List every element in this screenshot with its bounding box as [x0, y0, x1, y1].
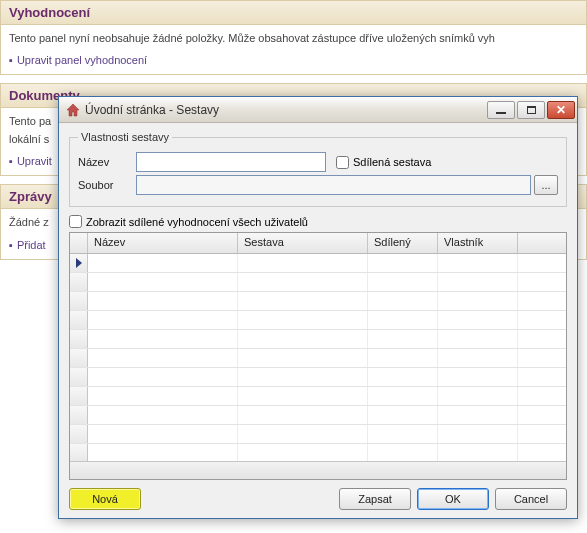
edit-eval-link[interactable]: Upravit panel vyhodnocení: [17, 54, 147, 66]
row-selector[interactable]: [70, 292, 88, 310]
row-selector[interactable]: [70, 273, 88, 291]
col-report[interactable]: Sestava: [238, 233, 368, 253]
panel-eval-header: Vyhodnocení: [0, 0, 587, 25]
name-input[interactable]: [136, 152, 326, 172]
grid-cell: [88, 311, 238, 329]
table-row[interactable]: [70, 368, 566, 387]
browse-button[interactable]: ...: [534, 175, 558, 195]
grid-cell: [518, 425, 566, 443]
table-row[interactable]: [70, 311, 566, 330]
col-name[interactable]: Název: [88, 233, 238, 253]
grid-cell: [88, 425, 238, 443]
properties-fieldset: Vlastnosti sestavy Název Sdílená sestava…: [69, 131, 567, 207]
panel-eval-text: Tento panel nyní neobsahuje žádné položk…: [9, 31, 578, 46]
row-selector[interactable]: [70, 311, 88, 329]
maximize-button[interactable]: [517, 101, 545, 119]
table-row[interactable]: [70, 444, 566, 461]
current-row-indicator-icon: [76, 258, 82, 268]
grid-cell: [88, 406, 238, 424]
panel-eval-body: Tento panel nyní neobsahuje žádné položk…: [0, 25, 587, 75]
save-button[interactable]: Zapsat: [339, 488, 411, 510]
grid-cell: [238, 387, 368, 405]
grid-cell: [438, 254, 518, 272]
row-selector[interactable]: [70, 368, 88, 386]
grid-cell: [368, 311, 438, 329]
shared-label: Sdílená sestava: [353, 156, 431, 168]
close-button[interactable]: ✕: [547, 101, 575, 119]
show-shared-checkbox[interactable]: [69, 215, 82, 228]
grid-cell: [368, 349, 438, 367]
grid-cell: [238, 444, 368, 461]
grid-cell: [518, 444, 566, 461]
row-selector[interactable]: [70, 254, 88, 272]
grid-cell: [438, 406, 518, 424]
grid-cell: [368, 273, 438, 291]
grid-cell: [368, 425, 438, 443]
grid-cell: [368, 254, 438, 272]
cancel-button[interactable]: Cancel: [495, 488, 567, 510]
table-row[interactable]: [70, 292, 566, 311]
edit-docs-link[interactable]: Upravit: [17, 155, 52, 167]
grid-cell: [238, 349, 368, 367]
grid-cell: [238, 292, 368, 310]
grid-cell: [438, 444, 518, 461]
row-selector[interactable]: [70, 444, 88, 461]
grid-cell: [518, 368, 566, 386]
grid-cell: [238, 368, 368, 386]
grid-cell: [438, 273, 518, 291]
grid-cell: [238, 273, 368, 291]
table-row[interactable]: [70, 387, 566, 406]
bullet-icon: ▪: [9, 155, 13, 167]
row-selector[interactable]: [70, 330, 88, 348]
ok-button[interactable]: OK: [417, 488, 489, 510]
grid-cell: [438, 349, 518, 367]
grid-cell: [518, 292, 566, 310]
grid-cell: [368, 387, 438, 405]
table-row[interactable]: [70, 330, 566, 349]
table-row[interactable]: [70, 273, 566, 292]
reports-dialog: Úvodní stránka - Sestavy ✕ Vlastnosti se…: [58, 96, 578, 519]
bullet-icon: ▪: [9, 54, 13, 66]
col-owner[interactable]: Vlastník: [438, 233, 518, 253]
grid-cell: [518, 273, 566, 291]
grid-cell: [518, 330, 566, 348]
add-msg-link[interactable]: Přidat: [17, 239, 46, 251]
bullet-icon: ▪: [9, 239, 13, 251]
grid-header: Název Sestava Sdílený Vlastník: [70, 233, 566, 254]
row-selector[interactable]: [70, 425, 88, 443]
grid-cell: [438, 311, 518, 329]
grid-cell: [438, 292, 518, 310]
row-selector[interactable]: [70, 406, 88, 424]
grid-cell: [88, 368, 238, 386]
shared-checkbox[interactable]: [336, 156, 349, 169]
row-selector[interactable]: [70, 349, 88, 367]
grid-cell: [88, 387, 238, 405]
table-row[interactable]: [70, 254, 566, 273]
grid-cell: [518, 387, 566, 405]
file-input[interactable]: [136, 175, 531, 195]
reports-grid[interactable]: Název Sestava Sdílený Vlastník: [69, 232, 567, 480]
grid-cell: [438, 425, 518, 443]
col-spacer: [518, 233, 566, 253]
properties-legend: Vlastnosti sestavy: [78, 131, 172, 143]
grid-footer: [70, 461, 566, 479]
grid-cell: [238, 311, 368, 329]
minimize-button[interactable]: [487, 101, 515, 119]
col-shared[interactable]: Sdílený: [368, 233, 438, 253]
grid-cell: [238, 406, 368, 424]
file-label: Soubor: [78, 179, 136, 191]
grid-cell: [438, 330, 518, 348]
grid-cell: [518, 254, 566, 272]
table-row[interactable]: [70, 349, 566, 368]
table-row[interactable]: [70, 425, 566, 444]
new-button[interactable]: Nová: [69, 488, 141, 510]
grid-cell: [238, 425, 368, 443]
grid-cell: [518, 311, 566, 329]
dialog-titlebar[interactable]: Úvodní stránka - Sestavy ✕: [59, 97, 577, 123]
dialog-title: Úvodní stránka - Sestavy: [85, 103, 487, 117]
home-icon: [65, 102, 81, 118]
name-label: Název: [78, 156, 136, 168]
grid-cell: [88, 330, 238, 348]
row-selector[interactable]: [70, 387, 88, 405]
table-row[interactable]: [70, 406, 566, 425]
